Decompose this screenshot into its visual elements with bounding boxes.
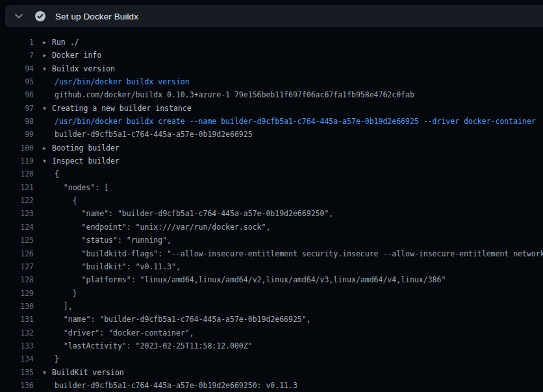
log-line-row: 127 "buildkit": "v0.11.3", — [0, 260, 543, 273]
group-label[interactable]: Creating a new builder instance — [52, 102, 192, 115]
group-label[interactable]: Booting builder — [52, 141, 120, 154]
output-text: "endpoint": "unix:///var/run/docker.sock… — [55, 221, 270, 234]
log-line-row: 133 "lastActivity": "2023-02-25T11:58:12… — [0, 339, 543, 352]
line-number[interactable]: 96 — [0, 88, 34, 101]
triangle-collapsed-icon[interactable]: ▶ — [40, 49, 52, 62]
output-text: builder-d9cfb5a1-c764-445a-a57e-0b19d2e6… — [55, 128, 253, 141]
step-header[interactable]: Set up Docker Buildx — [5, 5, 543, 27]
line-number[interactable]: 122 — [0, 194, 34, 207]
line-number[interactable]: 131 — [0, 313, 34, 326]
triangle-collapsed-icon[interactable]: ▶ — [40, 36, 52, 49]
log-line-row: 125 "status": "running", — [0, 234, 543, 247]
output-text: "name": "builder-d9cfb5a1-c764-445a-a57e… — [55, 207, 333, 220]
line-number[interactable]: 99 — [0, 128, 34, 141]
output-text: { — [55, 167, 59, 180]
line-number[interactable]: 1 — [0, 36, 34, 49]
log-line-row: 95/usr/bin/docker buildx version — [0, 75, 543, 88]
line-number[interactable]: 129 — [0, 287, 34, 300]
log-group-row[interactable]: 119▼Inspect builder — [0, 154, 543, 167]
line-number[interactable]: 125 — [0, 234, 34, 247]
line-number[interactable]: 127 — [0, 260, 34, 273]
log-line-row: 124 "endpoint": "unix:///var/run/docker.… — [0, 221, 543, 234]
line-number[interactable]: 132 — [0, 326, 34, 339]
group-label[interactable]: BuildKit version — [52, 366, 124, 379]
log-line-row: 121 "nodes": [ — [0, 181, 543, 194]
log-line-row: 96github.com/docker/buildx 0.10.3+azure-… — [0, 88, 543, 101]
line-number[interactable]: 97 — [0, 102, 34, 115]
log-viewer: 1▶Run ./7▶Docker info94▼Buildx version95… — [0, 27, 543, 392]
output-text: { — [55, 194, 77, 207]
group-label[interactable]: Inspect builder — [52, 154, 120, 167]
step-status-icon — [34, 10, 46, 22]
group-label[interactable]: Run ./ — [52, 36, 79, 49]
output-text: "driver": "docker-container", — [55, 326, 194, 339]
output-text: "name": "builder-d9cfb5a1-c764-445a-a57e… — [55, 313, 311, 326]
line-number[interactable]: 136 — [0, 379, 34, 392]
output-text: "buildkit": "v0.11.3", — [55, 260, 181, 273]
output-text: "buildkitd-flags": "--allow-insecure-ent… — [55, 247, 543, 260]
line-number[interactable]: 123 — [0, 207, 34, 220]
log-line-row: 120{ — [0, 167, 543, 180]
group-label[interactable]: Docker info — [52, 49, 101, 62]
log-group-row[interactable]: 135▼BuildKit version — [0, 366, 543, 379]
log-line-row: 131 "name": "builder-d9cfb5a1-c764-445a-… — [0, 313, 543, 326]
check-circle-icon — [34, 10, 46, 22]
log-line-row: 130 ], — [0, 300, 543, 313]
line-number[interactable]: 94 — [0, 62, 34, 75]
line-number[interactable]: 128 — [0, 273, 34, 286]
output-text: } — [55, 287, 77, 300]
line-number[interactable]: 120 — [0, 167, 34, 180]
triangle-expanded-icon[interactable]: ▼ — [40, 366, 52, 379]
log-group-row[interactable]: 7▶Docker info — [0, 49, 543, 62]
output-text: } — [55, 352, 59, 365]
line-number[interactable]: 135 — [0, 366, 34, 379]
log-line-row: 122 { — [0, 194, 543, 207]
output-text: builder-d9cfb5a1-c764-445a-a57e-0b19d2e6… — [55, 379, 297, 392]
step-title: Set up Docker Buildx — [55, 12, 138, 21]
triangle-collapsed-icon[interactable]: ▶ — [40, 141, 52, 154]
output-text: "status": "running", — [55, 234, 171, 247]
log-group-row[interactable]: 1▶Run ./ — [0, 36, 543, 49]
output-text: "nodes": [ — [55, 181, 108, 194]
log-group-row[interactable]: 94▼Buildx version — [0, 62, 543, 75]
output-text: "lastActivity": "2023-02-25T11:58:12.000… — [55, 339, 253, 352]
log-line-row: 99builder-d9cfb5a1-c764-445a-a57e-0b19d2… — [0, 128, 543, 141]
line-number[interactable]: 119 — [0, 154, 34, 167]
triangle-expanded-icon[interactable]: ▼ — [40, 62, 52, 75]
line-number[interactable]: 98 — [0, 115, 34, 128]
log-line-row: 134} — [0, 352, 543, 365]
line-number[interactable]: 121 — [0, 181, 34, 194]
group-label[interactable]: Buildx version — [52, 62, 115, 75]
log-line-row: 129 } — [0, 287, 543, 300]
log-group-row[interactable]: 100▶Booting builder — [0, 141, 543, 154]
triangle-expanded-icon[interactable]: ▼ — [40, 102, 52, 115]
line-number[interactable]: 133 — [0, 339, 34, 352]
log-line-row: 128 "platforms": "linux/amd64,linux/amd6… — [0, 273, 543, 286]
log-line-row: 132 "driver": "docker-container", — [0, 326, 543, 339]
log-line-row: 136builder-d9cfb5a1-c764-445a-a57e-0b19d… — [0, 379, 543, 392]
log-line-row: 98/usr/bin/docker buildx create --name b… — [0, 115, 543, 128]
output-text: ], — [55, 300, 73, 313]
command-text: /usr/bin/docker buildx create --name bui… — [55, 115, 536, 128]
output-text: github.com/docker/buildx 0.10.3+azure-1 … — [55, 88, 414, 101]
log-line-row: 123 "name": "builder-d9cfb5a1-c764-445a-… — [0, 207, 543, 220]
line-number[interactable]: 7 — [0, 49, 34, 62]
command-text: /usr/bin/docker buildx version — [55, 75, 190, 88]
line-number[interactable]: 126 — [0, 247, 34, 260]
triangle-expanded-icon[interactable]: ▼ — [40, 154, 52, 167]
chevron-down-icon[interactable] — [14, 12, 23, 21]
line-number[interactable]: 130 — [0, 300, 34, 313]
log-group-row[interactable]: 97▼Creating a new builder instance — [0, 102, 543, 115]
output-text: "platforms": "linux/amd64,linux/amd64/v2… — [55, 273, 446, 286]
log-line-row: 126 "buildkitd-flags": "--allow-insecure… — [0, 247, 543, 260]
line-number[interactable]: 100 — [0, 141, 34, 154]
line-number[interactable]: 134 — [0, 352, 34, 365]
line-number[interactable]: 95 — [0, 75, 34, 88]
line-number[interactable]: 124 — [0, 221, 34, 234]
